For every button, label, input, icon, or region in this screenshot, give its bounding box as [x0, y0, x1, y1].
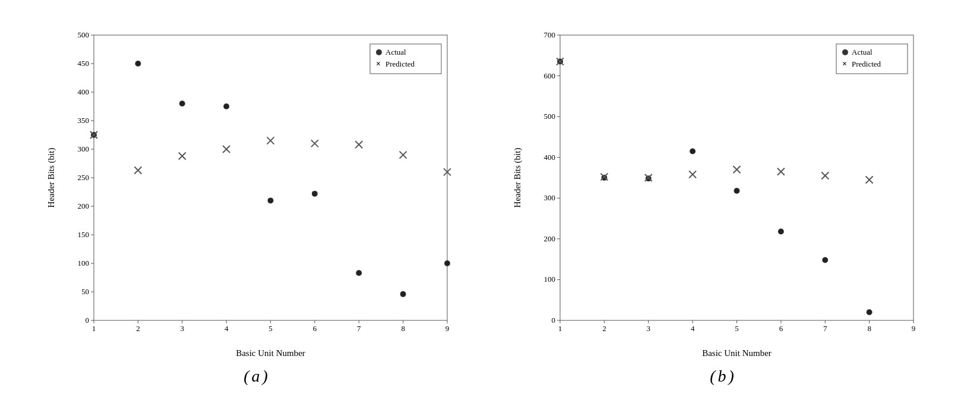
svg-text:300: 300 — [77, 144, 89, 153]
svg-point-159 — [691, 150, 694, 152]
svg-text:Actual: Actual — [852, 48, 872, 56]
svg-text:5: 5 — [268, 324, 273, 333]
svg-rect-0 — [94, 35, 447, 320]
svg-text:500: 500 — [543, 112, 555, 121]
svg-point-79 — [402, 293, 404, 295]
svg-text:4: 4 — [224, 324, 228, 333]
svg-text:Header Bits (bit): Header Bits (bit) — [513, 148, 523, 208]
svg-point-75 — [358, 272, 360, 274]
svg-text:Actual: Actual — [385, 48, 406, 56]
svg-text:3: 3 — [646, 324, 650, 333]
svg-text:8: 8 — [867, 324, 871, 333]
chart-a-label: (a) — [244, 367, 270, 386]
svg-text:400: 400 — [543, 153, 555, 162]
svg-text:450: 450 — [77, 59, 89, 68]
svg-text:6: 6 — [312, 324, 317, 333]
svg-text:200: 200 — [543, 234, 555, 243]
svg-text:9: 9 — [445, 324, 449, 333]
svg-text:3: 3 — [180, 324, 184, 333]
svg-text:250: 250 — [77, 173, 89, 182]
svg-text:4: 4 — [690, 324, 694, 333]
svg-text:700: 700 — [543, 30, 555, 39]
svg-point-83 — [446, 262, 448, 265]
svg-text:350: 350 — [77, 116, 89, 125]
svg-text:50: 50 — [81, 287, 89, 296]
svg-text:1: 1 — [91, 324, 96, 333]
svg-text:7: 7 — [823, 324, 827, 333]
svg-point-175 — [868, 311, 870, 313]
svg-point-55 — [137, 62, 139, 65]
svg-text:0: 0 — [85, 316, 89, 325]
chart-a-svg: 050100150200250300350400450500123456789B… — [43, 17, 471, 362]
svg-text:100: 100 — [543, 275, 555, 284]
svg-point-44 — [376, 49, 382, 55]
svg-text:7: 7 — [357, 324, 361, 333]
svg-text:0: 0 — [551, 316, 555, 325]
svg-text:Predicted: Predicted — [385, 59, 415, 68]
svg-point-71 — [313, 193, 315, 195]
svg-text:200: 200 — [77, 202, 89, 210]
svg-text:150: 150 — [77, 230, 89, 239]
svg-text:5: 5 — [735, 324, 739, 333]
svg-text:2: 2 — [136, 324, 140, 333]
svg-rect-102 — [560, 35, 913, 320]
svg-text:500: 500 — [77, 30, 89, 39]
svg-text:300: 300 — [543, 193, 555, 202]
charts-container: 050100150200250300350400450500123456789B… — [0, 0, 980, 403]
svg-text:1: 1 — [558, 324, 562, 333]
svg-text:100: 100 — [77, 259, 89, 267]
svg-point-59 — [181, 102, 183, 105]
svg-point-63 — [225, 105, 227, 108]
svg-text:Predicted: Predicted — [852, 59, 881, 68]
chart-a-wrapper: 050100150200250300350400450500123456789B… — [43, 17, 471, 386]
svg-text:Header Bits (bit): Header Bits (bit) — [46, 148, 56, 208]
svg-point-67 — [269, 199, 271, 202]
svg-point-140 — [842, 49, 848, 55]
svg-text:6: 6 — [779, 324, 783, 333]
svg-text:600: 600 — [543, 71, 555, 80]
svg-text:Basic Unit Number: Basic Unit Number — [236, 348, 305, 358]
svg-text:×: × — [376, 59, 381, 68]
chart-b-svg: 0100200300400500600700123456789Basic Uni… — [510, 17, 937, 362]
svg-point-167 — [779, 231, 782, 233]
svg-text:2: 2 — [602, 324, 606, 333]
chart-b-label: (b) — [710, 367, 736, 386]
chart-b-wrapper: 0100200300400500600700123456789Basic Uni… — [510, 17, 937, 386]
svg-point-171 — [824, 259, 826, 262]
svg-text:8: 8 — [401, 324, 405, 333]
svg-text:400: 400 — [77, 87, 89, 96]
svg-point-163 — [735, 190, 738, 192]
svg-text:9: 9 — [911, 324, 915, 333]
svg-text:Basic Unit Number: Basic Unit Number — [702, 348, 772, 358]
svg-text:×: × — [842, 59, 847, 68]
